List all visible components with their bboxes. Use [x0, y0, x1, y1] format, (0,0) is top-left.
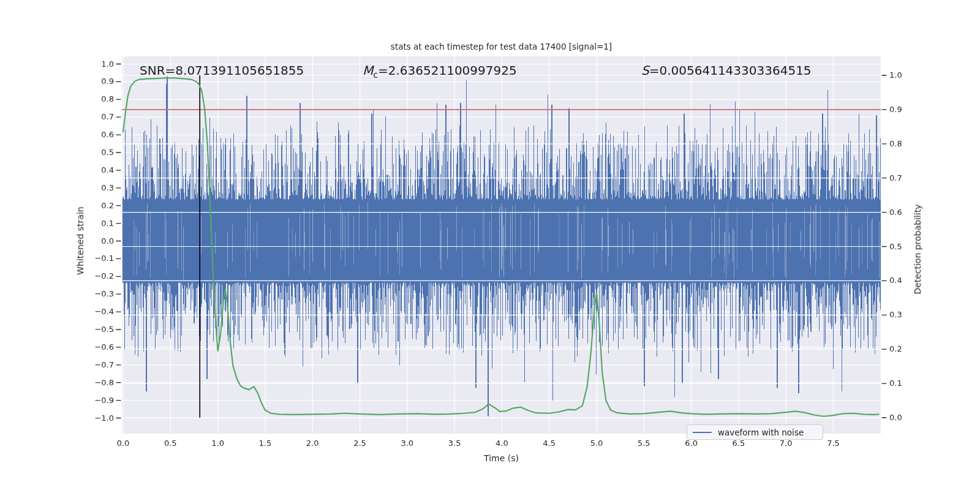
- y-tick-label-left: 0.4: [89, 165, 114, 175]
- x-tick-label: 0.5: [164, 439, 177, 448]
- y-tick-label-left: −0.6: [89, 342, 114, 352]
- y-tick-label-left: −0.3: [89, 289, 114, 298]
- y-tick-label-left: 0.9: [89, 77, 114, 86]
- y-axis-label-left: Whitened strain: [75, 206, 85, 274]
- y-tick-label-left: 0.1: [89, 219, 114, 228]
- legend: waveform with noise: [687, 424, 823, 440]
- y-tick-label-right: 0.9: [889, 105, 902, 114]
- y-tick-label-left: −0.4: [89, 307, 114, 316]
- legend-line-sample: [693, 432, 712, 433]
- y-tick-label-right: 0.6: [889, 208, 902, 217]
- y-tick-label-left: −0.2: [89, 271, 114, 281]
- y-tick-label-left: 0.0: [89, 236, 114, 246]
- x-tick-label: 5.5: [638, 439, 650, 448]
- y-tick-label-left: 0.8: [89, 94, 114, 104]
- x-tick-label: 3.0: [401, 439, 413, 448]
- y-tick-label-left: −0.9: [89, 396, 114, 405]
- y-tick-label-left: 0.7: [89, 112, 114, 121]
- x-tick-label: 3.5: [448, 439, 461, 448]
- y-tick-label-right: 0.1: [889, 379, 902, 388]
- x-tick-label: 7.5: [827, 439, 840, 448]
- y-tick-label-left: −0.1: [89, 254, 114, 263]
- y-tick-label-right: 0.7: [889, 173, 902, 183]
- y-tick-label-left: 0.2: [89, 201, 114, 210]
- significance-symbol: S: [641, 63, 649, 78]
- y-tick-label-left: −0.7: [89, 360, 114, 369]
- chart-title: stats at each timestep for test data 174…: [122, 42, 881, 51]
- x-tick-label: 4.0: [496, 439, 508, 448]
- y-tick-label-right: 0.8: [889, 139, 902, 148]
- y-tick-label-right: 0.5: [889, 242, 902, 251]
- legend-label: waveform with noise: [718, 428, 804, 437]
- x-tick-label: 1.5: [259, 439, 272, 448]
- x-tick-label: 2.5: [353, 439, 366, 448]
- chirp-mass-symbol: M: [363, 63, 373, 78]
- annotation-chirp-mass: Mc=2.636521100997925: [363, 63, 517, 80]
- x-tick-label: 5.0: [590, 439, 603, 448]
- significance-value: =0.005641143303364515: [649, 63, 812, 78]
- y-tick-label-right: 0.3: [889, 310, 902, 319]
- y-tick-label-left: 1.0: [89, 59, 114, 69]
- y-tick-label-left: 0.5: [89, 148, 114, 157]
- y-tick-label-right: 0.4: [889, 276, 902, 285]
- figure: stats at each timestep for test data 174…: [0, 0, 980, 490]
- x-tick-label: 4.5: [543, 439, 556, 448]
- x-tick-label: 2.0: [306, 439, 319, 448]
- annotation-significance: S=0.005641143303364515: [641, 63, 812, 78]
- annotation-snr: SNR=8.071391105651855: [140, 63, 304, 78]
- y-tick-label-left: 0.3: [89, 183, 114, 192]
- y-tick-label-right: 0.2: [889, 344, 902, 353]
- y-tick-label-left: 0.6: [89, 130, 114, 139]
- x-tick-label: 7.0: [780, 439, 793, 448]
- y-tick-label-left: −0.5: [89, 325, 114, 334]
- chirp-mass-subscript: c: [373, 70, 378, 80]
- x-tick-label: 1.0: [211, 439, 224, 448]
- x-tick-label: 0.0: [117, 439, 130, 448]
- y-tick-label-right: 1.0: [889, 70, 902, 80]
- y-tick-label-left: −0.8: [89, 378, 114, 387]
- x-tick-label: 6.0: [685, 439, 698, 448]
- x-axis-label: Time (s): [122, 453, 881, 463]
- chirp-mass-value: =2.636521100997925: [378, 63, 517, 78]
- y-tick-label-right: 0.0: [889, 413, 902, 422]
- y-tick-label-left: −1.0: [89, 413, 114, 423]
- x-tick-label: 6.5: [733, 439, 745, 448]
- y-axis-label-right: Detection probability: [913, 204, 922, 294]
